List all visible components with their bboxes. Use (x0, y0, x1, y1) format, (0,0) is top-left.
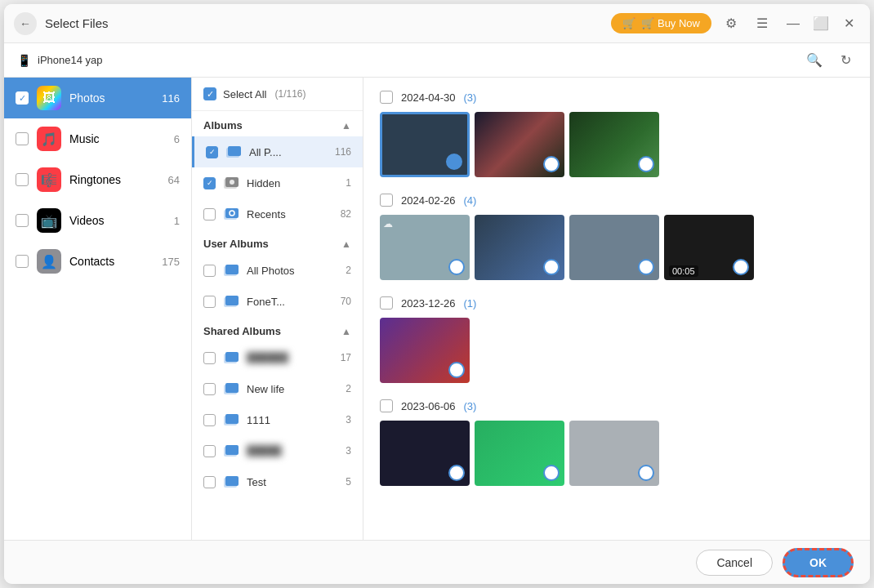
shared2-checkbox[interactable] (203, 445, 216, 457)
maximize-button[interactable]: ⬜ (809, 12, 832, 35)
ringtones-checkbox[interactable] (16, 173, 29, 186)
cancel-button[interactable]: Cancel (696, 550, 773, 576)
newlife-checkbox[interactable] (203, 383, 216, 395)
date-header-4: 2023-06-06 (3) (380, 399, 854, 412)
select-all-checkbox[interactable]: ✓ (203, 87, 216, 100)
date-group-2023-12-26: 2023-12-26 (1) (380, 296, 854, 383)
test-name: Test (247, 476, 339, 488)
shared-albums-section-header: Shared Albums ▲ (192, 317, 363, 342)
photos-checkbox[interactable]: ✓ (16, 91, 29, 105)
user-all-photos-checkbox[interactable] (203, 265, 216, 277)
sidebar-item-contacts[interactable]: 👤 Contacts 175 (4, 241, 191, 282)
titlebar: ← Select Files 🛒 🛒 Buy Now ⚙ ☰ — ⬜ ✕ (4, 4, 870, 43)
right-panel: 2024-04-30 (3) (363, 78, 870, 540)
svg-rect-19 (225, 445, 239, 455)
select-all-count: (1/116) (274, 88, 305, 100)
date-group-2024-02-26: 2024-02-26 (4) ☁ (380, 194, 854, 280)
photo-thumb-p9[interactable] (380, 421, 470, 486)
hidden-count: 1 (346, 177, 351, 189)
photo-thumb-p6[interactable] (569, 215, 659, 280)
minimize-button[interactable]: — (782, 12, 805, 35)
test-checkbox[interactable] (203, 476, 216, 488)
shared1-name: ██████ (247, 352, 334, 363)
videos-checkbox[interactable] (16, 214, 29, 227)
shared1-count: 17 (341, 352, 351, 363)
date-checkbox-3[interactable] (380, 296, 393, 310)
select-all-row: ✓ Select All (1/116) (192, 78, 363, 111)
date-header-2: 2024-02-26 (4) (380, 194, 854, 207)
albums-toggle[interactable]: ▲ (341, 120, 351, 131)
video-duration-p7: 00:05 (669, 265, 698, 277)
user-albums-toggle[interactable]: ▲ (341, 238, 351, 250)
recents-checkbox[interactable] (203, 208, 216, 220)
buy-now-button[interactable]: 🛒 🛒 Buy Now (611, 13, 711, 33)
recents-count: 82 (341, 208, 351, 220)
shared1-checkbox[interactable] (203, 352, 216, 364)
1111-checkbox[interactable] (203, 414, 216, 426)
album-item-fonet[interactable]: FoneT... 70 (192, 286, 363, 317)
select-all-label: Select All (223, 88, 266, 100)
ok-button[interactable]: OK (783, 548, 854, 577)
newlife-name: New life (247, 383, 339, 395)
album-item-hidden[interactable]: ✓ Hidden 1 (192, 167, 363, 198)
date-checkbox-2[interactable] (380, 194, 393, 207)
album-item-test[interactable]: Test 5 (192, 466, 363, 497)
hidden-checkbox[interactable]: ✓ (203, 177, 216, 189)
date-count-2: (4) (464, 194, 477, 207)
photo-select-dot-p9 (448, 465, 465, 481)
photos-container: 2024-04-30 (3) (363, 78, 870, 540)
sidebar-item-ringtones[interactable]: 🎼 Ringtones 64 (4, 159, 191, 200)
date-checkbox-1[interactable] (380, 91, 393, 104)
photo-thumb-p4[interactable]: ☁ (380, 215, 470, 280)
photo-thumb-p5[interactable] (475, 215, 564, 280)
close-button[interactable]: ✕ (837, 12, 860, 35)
window-title: Select Files (45, 16, 109, 30)
settings-icon-button[interactable]: ⚙ (720, 12, 742, 35)
album-item-newlife[interactable]: New life 2 (192, 373, 363, 404)
sidebar-item-music[interactable]: 🎵 Music 6 (4, 118, 191, 159)
date-label-1: 2024-04-30 (401, 91, 456, 104)
1111-count: 3 (346, 414, 351, 425)
search-icon-button[interactable]: 🔍 (803, 49, 826, 72)
photo-thumb-p10[interactable] (475, 421, 564, 486)
photo-thumb-p11[interactable] (569, 421, 659, 486)
shared-albums-label: Shared Albums (203, 325, 281, 337)
album-item-all-photos[interactable]: ✓ All P.... 116 (192, 136, 363, 167)
shared-albums-toggle[interactable]: ▲ (341, 326, 351, 337)
sidebar-item-videos[interactable]: 📺 Videos 1 (4, 200, 191, 241)
sidebar-item-photos[interactable]: ✓ 🖼 Photos 116 (4, 78, 191, 118)
contacts-label: Contacts (69, 255, 154, 268)
music-icon: 🎵 (37, 127, 61, 151)
photo-thumb-p7[interactable]: 00:05 (664, 215, 754, 280)
album-item-user-all-photos[interactable]: All Photos 2 (192, 255, 363, 286)
svg-rect-15 (225, 383, 239, 393)
contacts-checkbox[interactable] (16, 255, 29, 268)
photo-thumb-p1[interactable] (380, 112, 470, 177)
fonet-checkbox[interactable] (203, 296, 216, 308)
refresh-icon-button[interactable]: ↻ (834, 49, 857, 72)
music-checkbox[interactable] (16, 132, 29, 145)
photo-thumb-p8[interactable] (380, 318, 470, 383)
bottom-bar: Cancel OK (4, 540, 870, 584)
photo-select-dot-p5 (543, 259, 560, 275)
svg-rect-11 (225, 296, 239, 305)
music-label: Music (69, 132, 166, 145)
main-content: ✓ 🖼 Photos 116 🎵 Music 6 🎼 Ringtones 64 (4, 78, 870, 540)
back-button[interactable]: ← (14, 12, 37, 35)
1111-thumb (222, 411, 240, 429)
album-item-1111[interactable]: 1111 3 (192, 404, 363, 435)
all-photos-checkbox[interactable]: ✓ (206, 146, 218, 158)
menu-icon-button[interactable]: ☰ (751, 12, 774, 35)
photo-thumb-p2[interactable] (475, 112, 564, 177)
cloud-icon: ☁ (383, 218, 393, 229)
user-all-photos-count: 2 (346, 265, 351, 276)
photo-select-dot-p1 (446, 154, 462, 170)
album-item-recents[interactable]: Recents 82 (192, 198, 363, 229)
photo-select-dot-p11 (638, 465, 654, 481)
user-albums-label: User Albums (203, 238, 269, 250)
album-item-shared2[interactable]: █████. 3 (192, 435, 363, 466)
album-item-shared1[interactable]: ██████ 17 (192, 342, 363, 373)
photo-thumb-p3[interactable] (569, 112, 659, 177)
newlife-count: 2 (346, 383, 351, 394)
date-checkbox-4[interactable] (380, 399, 393, 412)
